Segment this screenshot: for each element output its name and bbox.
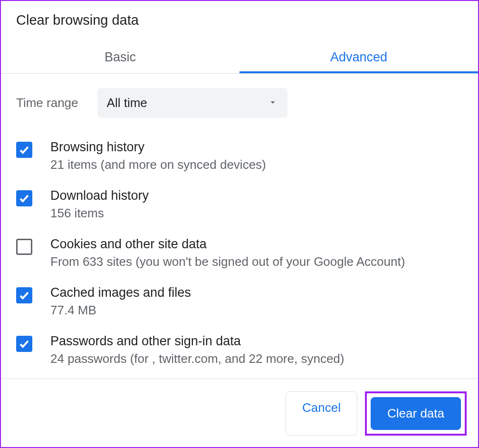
checkbox-browsing-history[interactable]	[16, 142, 32, 158]
cancel-button[interactable]: Cancel	[286, 391, 357, 436]
item-sub: 77.4 MB	[50, 303, 463, 318]
tab-basic[interactable]: Basic	[1, 41, 240, 73]
list-item: Cookies and other site data From 633 sit…	[16, 237, 463, 269]
checkbox-cookies[interactable]	[16, 239, 32, 255]
highlight-annotation: Clear data	[365, 391, 467, 436]
list-item: Download history 156 items	[16, 188, 463, 221]
time-range-select[interactable]: All time	[97, 88, 287, 118]
list-item: Browsing history 21 items (and more on s…	[16, 140, 463, 172]
tab-advanced[interactable]: Advanced	[240, 41, 478, 73]
dialog-body: Time range All time Browsing history 21 …	[1, 74, 478, 378]
checkbox-download-history[interactable]	[16, 190, 32, 206]
item-title: Download history	[50, 188, 463, 203]
item-sub: 156 items	[50, 206, 463, 221]
checkbox-passwords[interactable]	[16, 336, 32, 352]
list-item: Passwords and other sign-in data 24 pass…	[16, 334, 463, 366]
item-sub: 21 items (and more on synced devices)	[50, 157, 463, 172]
dialog-clear-browsing-data: Clear browsing data Basic Advanced Time …	[0, 0, 479, 448]
item-sub: From 633 sites (you won't be signed out …	[50, 254, 463, 269]
item-title: Browsing history	[50, 140, 463, 155]
item-title: Cookies and other site data	[50, 237, 463, 252]
dialog-title: Clear browsing data	[1, 1, 478, 28]
checkbox-cached-images[interactable]	[16, 287, 32, 303]
clear-data-button[interactable]: Clear data	[371, 397, 461, 430]
tabs: Basic Advanced	[1, 41, 478, 74]
dialog-footer: Cancel Clear data	[1, 379, 478, 447]
chevron-down-icon	[268, 97, 278, 109]
item-title: Cached images and files	[50, 285, 463, 300]
list-item: Cached images and files 77.4 MB	[16, 285, 463, 318]
time-range-row: Time range All time	[16, 88, 463, 118]
time-range-value: All time	[107, 96, 147, 110]
item-title: Passwords and other sign-in data	[50, 334, 463, 349]
item-sub: 24 passwords (for , twitter.com, and 22 …	[50, 351, 463, 366]
time-range-label: Time range	[16, 96, 78, 110]
